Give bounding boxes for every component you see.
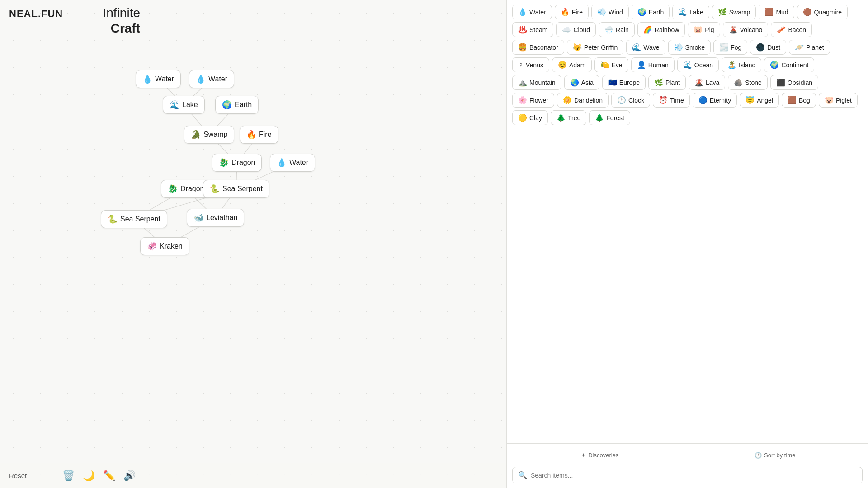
sidebar-item[interactable]: 🌊Ocean <box>677 57 719 72</box>
sound-icon[interactable]: 🔊 <box>123 470 136 482</box>
sidebar-item-label: Ocean <box>694 61 713 69</box>
sidebar-item[interactable]: 🌿Plant <box>648 75 686 90</box>
sort-tab[interactable]: 🕐 Sort by time <box>688 448 863 462</box>
sidebar-item[interactable]: 🌫️Fog <box>713 40 747 55</box>
craft-node-n10[interactable]: 🐍Sea Serpent <box>203 180 269 198</box>
sidebar-item[interactable]: 🌑Dust <box>750 40 786 55</box>
edit-icon[interactable]: ✏️ <box>103 470 115 482</box>
sidebar-item[interactable]: 🪐Planet <box>789 40 830 55</box>
sidebar-item[interactable]: ⛰️Mountain <box>512 75 561 90</box>
sidebar-item[interactable]: 🐷Pig <box>688 22 720 37</box>
sidebar-item[interactable]: 🌸Flower <box>512 93 554 108</box>
sidebar-item-emoji: 💧 <box>518 8 527 16</box>
sidebar-item[interactable]: ♀️Venus <box>512 57 549 72</box>
sidebar-item[interactable]: 🌍Continent <box>764 57 814 72</box>
sidebar-item-emoji: 🥓 <box>777 25 786 34</box>
craft-node-n13[interactable]: 🦑Kraken <box>140 237 189 255</box>
sidebar-item-label: Adam <box>569 61 586 69</box>
sidebar-item[interactable]: 🌿Swamp <box>712 5 756 19</box>
sidebar-item[interactable]: 👤Human <box>631 57 675 72</box>
sidebar-item[interactable]: 🌋Lava <box>689 75 725 90</box>
sidebar-item[interactable]: ☁️Cloud <box>556 22 596 37</box>
sidebar-item-emoji: 🌧️ <box>604 25 613 34</box>
sidebar-item[interactable]: 🟤Quagmire <box>797 5 848 19</box>
sidebar-item[interactable]: ⬛Obsidian <box>770 75 818 90</box>
moon-icon[interactable]: 🌙 <box>83 470 95 482</box>
sidebar-item[interactable]: 💧Water <box>512 5 552 19</box>
sidebar-item-emoji: 💨 <box>597 8 606 16</box>
sidebar-item-label: Lake <box>689 9 703 16</box>
reset-button[interactable]: Reset <box>9 472 27 479</box>
sidebar-item-emoji: 💨 <box>674 43 683 52</box>
sidebar-item-label: Water <box>529 9 546 16</box>
sort-label: Sort by time <box>764 452 795 459</box>
sidebar-item[interactable]: 🌼Dandelion <box>557 93 609 108</box>
node-label: Sea Serpent <box>222 185 263 193</box>
sidebar-item[interactable]: ⏰Time <box>653 93 690 108</box>
craft-node-n4[interactable]: 🌍Earth <box>215 96 259 114</box>
sidebar-item[interactable]: 🇪🇺Europe <box>602 75 646 90</box>
sidebar-item[interactable]: 😇Angel <box>740 93 779 108</box>
search-bar: 🔍 <box>512 467 863 483</box>
craft-node-n5[interactable]: 🐊Swamp <box>184 126 234 144</box>
sidebar-item[interactable]: 🌊Lake <box>672 5 709 19</box>
connection-lines <box>0 0 506 488</box>
sidebar-item-emoji: 🟫 <box>788 96 797 104</box>
sidebar-item-emoji: 🌋 <box>729 25 738 34</box>
sidebar-item[interactable]: 💨Smoke <box>668 40 711 55</box>
sidebar-item[interactable]: 🌍Earth <box>632 5 670 19</box>
sidebar-item[interactable]: 🔥Fire <box>555 5 589 19</box>
sidebar-item[interactable]: ♨️Steam <box>512 22 553 37</box>
sidebar-item[interactable]: 🏝️Island <box>722 57 761 72</box>
sidebar-item-label: Human <box>648 61 669 69</box>
craft-node-n7[interactable]: 🐉Dragon <box>212 154 262 172</box>
sidebar-item[interactable]: 🕐Clock <box>611 93 650 108</box>
sidebar-item[interactable]: 🌧️Rain <box>599 22 635 37</box>
sidebar-item[interactable]: 😊Adam <box>552 57 592 72</box>
craft-node-n2[interactable]: 💧Water <box>189 70 234 88</box>
sidebar-item[interactable]: 😺Peter Griffin <box>567 40 623 55</box>
sidebar-item[interactable]: 🍔Baconator <box>512 40 564 55</box>
sidebar-item-emoji: 🌸 <box>518 96 527 104</box>
sidebar-item[interactable]: 🌈Rainbow <box>637 22 685 37</box>
sidebar-item[interactable]: 🌋Volcano <box>723 22 769 37</box>
sidebar-item-emoji: 🌊 <box>678 8 687 16</box>
node-emoji: 🐍 <box>210 184 220 194</box>
sidebar-item[interactable]: 🐷Piglet <box>819 93 858 108</box>
sidebar-item[interactable]: 🌏Asia <box>564 75 599 90</box>
sidebar-item-emoji: 🌑 <box>756 43 765 52</box>
sidebar-item-emoji: 🍋 <box>600 61 609 69</box>
sidebar-item[interactable]: 🍋Eve <box>594 57 628 72</box>
sidebar-item-label: Flower <box>529 97 548 104</box>
trash-icon[interactable]: 🗑️ <box>62 470 75 482</box>
sidebar-item[interactable]: 🌲Tree <box>551 110 586 125</box>
sidebar-item-emoji: 🌫️ <box>719 43 728 52</box>
sidebar-item-emoji: 🌏 <box>570 78 579 87</box>
logo: NEAL.FUN <box>9 8 63 20</box>
sidebar-item-emoji: 🔵 <box>698 96 708 104</box>
sidebar-item[interactable]: 💨Wind <box>591 5 629 19</box>
craft-node-n1[interactable]: 💧Water <box>136 70 181 88</box>
search-input[interactable] <box>531 472 857 479</box>
craft-node-n8[interactable]: 💧Water <box>270 154 315 172</box>
discoveries-tab[interactable]: ✦ Discoveries <box>512 448 688 462</box>
sidebar-item[interactable]: 🟫Mud <box>759 5 794 19</box>
sidebar-item[interactable]: 🟫Bog <box>782 93 816 108</box>
craft-node-n6[interactable]: 🔥Fire <box>240 126 278 144</box>
sidebar-item[interactable]: 🌊Wave <box>626 40 665 55</box>
sidebar-item-emoji: 🌍 <box>637 8 646 16</box>
sidebar-item[interactable]: 🥓Bacon <box>771 22 812 37</box>
sidebar-item[interactable]: 🔵Eternity <box>693 93 737 108</box>
sidebar-item[interactable]: 🌲Forest <box>589 110 630 125</box>
craft-node-n3[interactable]: 🌊Lake <box>163 96 205 114</box>
craft-node-n12[interactable]: 🐋Leviathan <box>187 209 244 227</box>
craft-canvas[interactable]: NEAL.FUN InfiniteCraft Reset 🗑️ 🌙 ✏️ 🔊 💧… <box>0 0 506 488</box>
sidebar-item[interactable]: 🪨Stone <box>728 75 768 90</box>
node-label: Fire <box>259 131 272 139</box>
sidebar-item[interactable]: 🟡Clay <box>512 110 548 125</box>
node-label: Water <box>208 75 227 83</box>
sidebar-item-label: Smoke <box>685 44 705 51</box>
sidebar-item-list: 💧Water🔥Fire💨Wind🌍Earth🌊Lake🌿Swamp🟫Mud🟤Qu… <box>507 0 868 443</box>
craft-node-n11[interactable]: 🐍Sea Serpent <box>101 210 167 228</box>
sidebar-item-label: Obsidian <box>788 79 812 86</box>
